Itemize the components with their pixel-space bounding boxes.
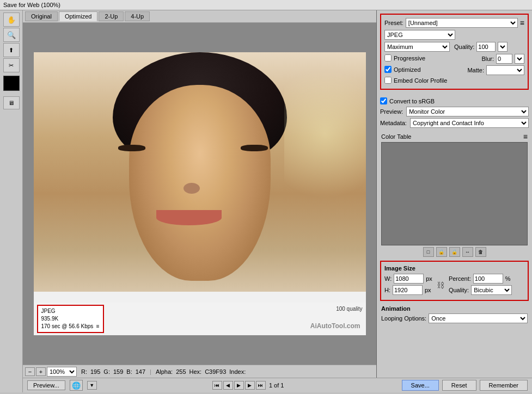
browser-preview-icon[interactable]: 🖥 bbox=[3, 96, 20, 109]
color-info: R: 195 G: 159 B: 147 | Alpha: 255 Hex: C… bbox=[81, 368, 374, 375]
status-bar: − + 100% 50% 200% R: 195 G: 159 B: bbox=[23, 365, 376, 378]
width-unit: px bbox=[426, 275, 432, 282]
g-label: G: bbox=[103, 368, 110, 375]
zoom-minus-button[interactable]: − bbox=[25, 367, 35, 376]
width-label: W: bbox=[384, 275, 392, 282]
preset-menu-icon[interactable]: ≡ bbox=[520, 19, 524, 27]
preset-row: Preset: [Unnamed] ≡ bbox=[384, 18, 524, 28]
resample-select[interactable]: Bicubic Bilinear Nearest Neighbor bbox=[471, 285, 512, 295]
convert-srgb-checkbox[interactable] bbox=[380, 97, 387, 104]
format-select[interactable]: JPEG PNG-8 PNG-24 GIF bbox=[384, 30, 455, 40]
hand-tool[interactable]: ✋ bbox=[3, 13, 20, 27]
first-frame-button[interactable]: ⏮ bbox=[212, 381, 222, 390]
hex-label: Hex: bbox=[189, 368, 202, 375]
watermark: AiAutoTool.com bbox=[310, 322, 360, 330]
r-label: R: bbox=[81, 368, 87, 375]
tab-2up[interactable]: 2-Up bbox=[99, 11, 124, 21]
save-button[interactable]: Save... bbox=[402, 380, 439, 391]
width-input[interactable] bbox=[394, 274, 424, 284]
height-label: H: bbox=[384, 287, 390, 293]
optimized-checkbox[interactable] bbox=[384, 66, 392, 73]
quality-dropdown[interactable] bbox=[498, 42, 507, 52]
color-table-menu-icon[interactable]: ≡ bbox=[523, 132, 528, 141]
ct-icon-new[interactable]: □ bbox=[423, 247, 434, 257]
zoom-plus-button[interactable]: + bbox=[36, 367, 46, 376]
quality-input[interactable] bbox=[476, 42, 496, 52]
looping-select[interactable]: Once Forever Other... bbox=[429, 313, 528, 323]
left-toolbar: ✋ 🔍 ⬆ ✂ 🖥 bbox=[0, 10, 23, 392]
blur-dropdown[interactable] bbox=[515, 54, 524, 64]
action-buttons: Save... Reset Remember bbox=[402, 380, 528, 391]
resample-quality-label: Quality: bbox=[449, 287, 469, 293]
optimized-label: Optimized bbox=[394, 66, 421, 73]
tab-optimized[interactable]: Optimized bbox=[59, 11, 98, 21]
progressive-label: Progressive bbox=[394, 55, 425, 61]
r-value: 195 bbox=[90, 368, 100, 375]
zoom-select[interactable]: 100% 50% 200% bbox=[47, 367, 77, 377]
matte-select[interactable] bbox=[486, 65, 524, 75]
blur-row: Blur: bbox=[481, 54, 524, 64]
image-info-box: JPEG 935.9K 170 sec @ 56.6 Kbps ≡ bbox=[37, 305, 104, 333]
prev-frame-button[interactable]: ◀ bbox=[223, 381, 233, 390]
embed-color-checkbox[interactable] bbox=[384, 77, 392, 84]
color-swatch[interactable] bbox=[3, 76, 20, 91]
globe-icon[interactable]: 🌐 bbox=[70, 380, 83, 391]
blur-label: Blur: bbox=[481, 56, 494, 62]
preview-select[interactable]: Monitor Color bbox=[406, 107, 529, 116]
looping-label: Looping Options: bbox=[381, 315, 426, 322]
height-input[interactable] bbox=[393, 285, 423, 295]
color-table-label: Color Table bbox=[381, 133, 411, 140]
b-value: 147 bbox=[136, 368, 145, 375]
ct-icon-lock2[interactable]: 🔒 bbox=[449, 247, 460, 257]
preset-select[interactable]: [Unnamed] bbox=[406, 18, 518, 28]
percent-input[interactable] bbox=[473, 274, 503, 284]
preview-label: Preview: bbox=[380, 108, 403, 115]
metadata-row: Metadata: Copyright and Contact Info All… bbox=[377, 118, 532, 128]
metadata-label: Metadata: bbox=[380, 120, 407, 126]
color-table-area bbox=[381, 142, 528, 245]
progressive-row: Progressive bbox=[384, 54, 425, 62]
embed-color-row: Embed Color Profile bbox=[384, 77, 524, 84]
quality-preset-row: Maximum High Medium Low Quality: bbox=[384, 42, 524, 52]
slice-tool[interactable]: ✂ bbox=[3, 58, 20, 72]
image-size-box: Image Size W: px H: px bbox=[380, 261, 529, 301]
matte-row: Matte: bbox=[467, 65, 524, 75]
dropdown-arrow[interactable]: ▼ bbox=[87, 381, 97, 390]
progressive-checkbox[interactable] bbox=[384, 54, 392, 61]
play-button[interactable]: ▶ bbox=[234, 381, 244, 390]
quality-label: Quality: bbox=[454, 44, 474, 50]
right-panel: Preset: [Unnamed] ≡ JPEG PNG-8 PNG-24 GI… bbox=[377, 10, 532, 378]
image-speed-text: 170 sec @ 56.6 Kbps ≡ bbox=[41, 323, 100, 330]
ct-icon-lock[interactable]: 🔒 bbox=[436, 247, 447, 257]
optimized-row: Optimized bbox=[384, 65, 421, 73]
format-settings-box: Preset: [Unnamed] ≡ JPEG PNG-8 PNG-24 GI… bbox=[380, 14, 529, 90]
width-row: W: px bbox=[384, 274, 432, 284]
view-tab-bar: Original Optimized 2-Up 4-Up bbox=[23, 10, 376, 23]
metadata-select[interactable]: Copyright and Contact Info All None bbox=[410, 118, 529, 128]
color-table-header: Color Table ≡ bbox=[377, 131, 532, 142]
b-label: B: bbox=[126, 368, 132, 375]
image-info-overlay: 100 quality JPEG 935.9K 170 sec @ 56.6 K… bbox=[34, 303, 366, 335]
tab-4up[interactable]: 4-Up bbox=[125, 11, 150, 21]
remember-button[interactable]: Remember bbox=[480, 380, 528, 391]
zoom-tool[interactable]: 🔍 bbox=[3, 28, 20, 42]
blur-input[interactable] bbox=[496, 54, 512, 64]
zoom-controls: − + 100% 50% 200% bbox=[25, 367, 77, 377]
next-frame-button[interactable]: ▶ bbox=[245, 381, 255, 390]
link-icon[interactable]: ⛓ bbox=[437, 281, 444, 290]
percent-label: Percent: bbox=[449, 275, 471, 282]
last-frame-button[interactable]: ⏭ bbox=[256, 381, 266, 390]
canvas-area: 100 quality JPEG 935.9K 170 sec @ 56.6 K… bbox=[23, 23, 376, 365]
animation-section: Animation Looping Options: Once Forever … bbox=[377, 303, 532, 328]
ct-icon-swap[interactable]: ↔ bbox=[462, 247, 473, 257]
preview-button[interactable]: Preview... bbox=[27, 380, 65, 390]
ct-icon-delete[interactable]: 🗑 bbox=[475, 247, 486, 257]
image-format-text: JPEG bbox=[41, 307, 100, 315]
hex-value: C39F93 bbox=[205, 368, 226, 375]
eyedropper-tool[interactable]: ⬆ bbox=[3, 43, 20, 57]
quality-preset-select[interactable]: Maximum High Medium Low bbox=[384, 42, 450, 52]
matte-label: Matte: bbox=[467, 67, 484, 73]
reset-button[interactable]: Reset bbox=[442, 380, 476, 391]
tab-original[interactable]: Original bbox=[25, 11, 58, 21]
image-size-header: Image Size bbox=[384, 265, 524, 272]
